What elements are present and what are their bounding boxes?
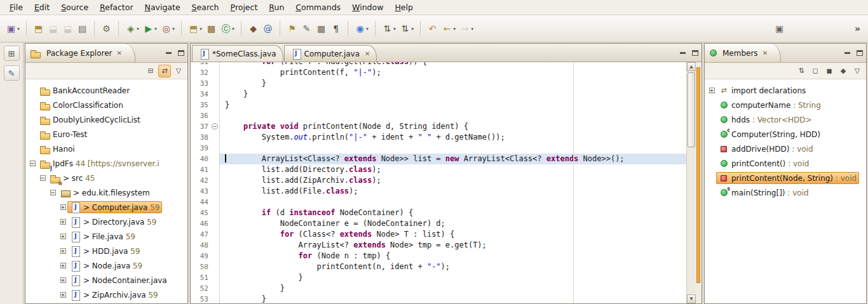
tree-item-colorclassification[interactable]: ColorClassification: [25, 98, 187, 112]
search-button[interactable]: ⚑: [285, 21, 299, 36]
pin-editor-button[interactable]: ▣: [772, 21, 787, 36]
code-line-51[interactable]: 51 }: [191, 272, 686, 283]
editor-tab-someclass-java[interactable]: J*SomeClass.java: [192, 45, 283, 62]
fold-collapse-icon[interactable]: −: [212, 123, 218, 129]
code-line-49[interactable]: 49 for (Node n : tmp) {: [191, 251, 686, 261]
tree-item-euro-test[interactable]: Euro-Test: [25, 127, 187, 142]
build-button[interactable]: ⚙: [99, 21, 114, 36]
member-item-adddrive-hdd[interactable]: addDrive(HDD) : void: [705, 142, 866, 156]
member-item-import-declarations[interactable]: +import declarations: [705, 83, 866, 98]
expand-icon[interactable]: +: [58, 277, 67, 283]
collapse-icon[interactable]: −: [48, 190, 57, 195]
code-line-34[interactable]: 34 }: [191, 89, 686, 100]
new-wizard-button-dropdown-icon[interactable]: ▾: [17, 26, 20, 32]
members-tab[interactable]: Members ✕: [705, 44, 781, 62]
editor-tab-computer-java[interactable]: JComputer.java✕: [284, 45, 377, 62]
profile-button[interactable]: ◎▾: [159, 21, 177, 36]
code-line-36[interactable]: 36: [191, 110, 686, 121]
save-all-button[interactable]: ⬓: [60, 21, 75, 36]
code-line-47[interactable]: 47 for (Class<? extends Node> T : list) …: [191, 229, 686, 240]
javadoc-button[interactable]: @: [261, 21, 275, 36]
forward-button-dropdown-icon[interactable]: ▾: [471, 26, 473, 32]
scrapbook-view-button[interactable]: ✎: [4, 65, 20, 81]
code-area[interactable]: 31 for (File f : hdd.get(File.class)) {3…: [191, 62, 686, 303]
new-class-button[interactable]: Ⓒ▾: [219, 21, 236, 36]
menu-source[interactable]: Source: [55, 1, 94, 14]
minimize-view-button[interactable]: [841, 47, 853, 60]
menu-navigate[interactable]: Navigate: [139, 1, 186, 14]
code-line-52[interactable]: 52 }: [191, 283, 686, 294]
debug-button-dropdown-icon[interactable]: ▾: [137, 26, 139, 32]
code-line-32[interactable]: 32 printContent(f, "|-");: [191, 67, 686, 78]
maximize-editor-button[interactable]: [689, 46, 702, 59]
next-annotation-button-dropdown-icon[interactable]: ▾: [393, 26, 396, 32]
tree-item-directory-java[interactable]: +J> Directory.java 59: [25, 215, 187, 229]
code-line-38[interactable]: 38 System.out.println("|-" + ident + " "…: [191, 132, 686, 143]
print-button[interactable]: ▤: [75, 21, 90, 36]
show-whitespace-button[interactable]: ¶: [329, 21, 343, 36]
run-button[interactable]: ▶▾: [141, 21, 159, 36]
tree-item-bankaccountreader[interactable]: BankAccountReader: [25, 83, 187, 98]
new-class-button-dropdown-icon[interactable]: ▾: [232, 26, 234, 32]
back-button-dropdown-icon[interactable]: ▾: [453, 26, 456, 32]
collapse-icon[interactable]: −: [28, 161, 37, 166]
profile-button-dropdown-icon[interactable]: ▾: [172, 26, 175, 32]
sort-members-button[interactable]: ⇅: [795, 65, 808, 77]
expand-icon[interactable]: +: [58, 204, 67, 210]
toolbar-overflow-button[interactable]: »: [852, 22, 863, 35]
scrollbar-thumb[interactable]: [688, 72, 695, 147]
member-item-printcontent[interactable]: printContent() : void: [705, 156, 866, 171]
expand-icon[interactable]: +: [58, 219, 67, 225]
menu-search[interactable]: Search: [186, 1, 225, 14]
jar-export-button[interactable]: ◆: [246, 21, 261, 36]
minimize-editor-button[interactable]: [676, 46, 689, 59]
hide-non-public-members-button[interactable]: ◆: [837, 65, 850, 77]
code-line-35[interactable]: 35}: [191, 100, 686, 110]
open-web-browser-button[interactable]: ◉▾: [353, 21, 370, 36]
expand-icon[interactable]: +: [58, 263, 67, 268]
package-explorer-tab[interactable]: Package Explorer ✕: [25, 44, 135, 62]
show-annotations-button[interactable]: ▦: [314, 21, 329, 36]
menu-commands[interactable]: Commands: [290, 1, 346, 14]
tree-item-hanoi[interactable]: Hanoi: [25, 142, 187, 156]
expand-icon[interactable]: +: [707, 88, 716, 93]
close-view-icon[interactable]: ✕: [117, 50, 122, 56]
menu-run[interactable]: Run: [263, 1, 290, 14]
tree-item-ziparchiv-java[interactable]: +J> ZipArchiv.java 59: [25, 287, 187, 302]
scroll-up-icon[interactable]: ▲: [687, 62, 696, 71]
editor-scrollbar[interactable]: ▲ ▼: [686, 62, 696, 303]
expand-icon[interactable]: +: [58, 234, 67, 239]
last-edit-location-button[interactable]: ↶: [425, 21, 440, 36]
close-view-icon[interactable]: ✕: [763, 50, 768, 56]
minimize-view-button[interactable]: [162, 47, 175, 60]
scroll-down-icon[interactable]: ▼: [687, 294, 696, 303]
mark-occurrences-button[interactable]: ✎: [299, 21, 314, 36]
close-tab-icon[interactable]: ✕: [365, 50, 370, 57]
menu-window[interactable]: Window: [346, 1, 389, 14]
new-java-project-button[interactable]: ⬒▾: [186, 21, 204, 36]
code-line-31[interactable]: 31 for (File f : hdd.get(File.class)) {: [191, 62, 686, 67]
code-line-39[interactable]: 39: [191, 143, 686, 154]
menu-edit[interactable]: Edit: [29, 1, 55, 14]
tree-item-computer-java[interactable]: +J> Computer.java 59: [25, 200, 187, 215]
tree-item-ipdfs[interactable]: −JIpdFs 44 [https://svnserver.i: [25, 156, 187, 171]
link-with-editor-button[interactable]: ⇄: [158, 65, 171, 77]
code-line-33[interactable]: 33 }: [191, 78, 686, 89]
tree-item-hdd-java[interactable]: +J> HDD.java 59: [25, 244, 187, 258]
previous-annotation-button[interactable]: ⇅▾: [398, 21, 416, 36]
previous-annotation-button-dropdown-icon[interactable]: ▾: [411, 26, 414, 32]
code-line-44[interactable]: 44: [191, 197, 686, 208]
code-line-50[interactable]: 50 printContent(n, ident + "-");: [191, 261, 686, 272]
code-line-37[interactable]: 37− private void printContent(Node d, St…: [191, 121, 686, 132]
maximize-view-button[interactable]: [175, 47, 187, 60]
menu-help[interactable]: Help: [389, 1, 419, 14]
member-item-computername[interactable]: computerName : String: [705, 98, 866, 112]
code-line-48[interactable]: 48 ArrayList<? extends Node> tmp = e.get…: [191, 240, 686, 251]
code-line-45[interactable]: 45 if (d instanceof NodeContainer) {: [191, 208, 686, 218]
forward-button[interactable]: →▾: [458, 21, 475, 36]
code-line-46[interactable]: 46 NodeContainer e = (NodeContainer) d;: [191, 218, 686, 229]
code-line-40[interactable]: 40 ArrayList<Class<? extends Node>> list…: [191, 154, 686, 164]
member-item-main-string[interactable]: smain(String[]) : void: [705, 185, 866, 200]
code-line-41[interactable]: 41 list.add(Directory.class);: [191, 164, 686, 175]
maximize-view-button[interactable]: [853, 47, 866, 60]
